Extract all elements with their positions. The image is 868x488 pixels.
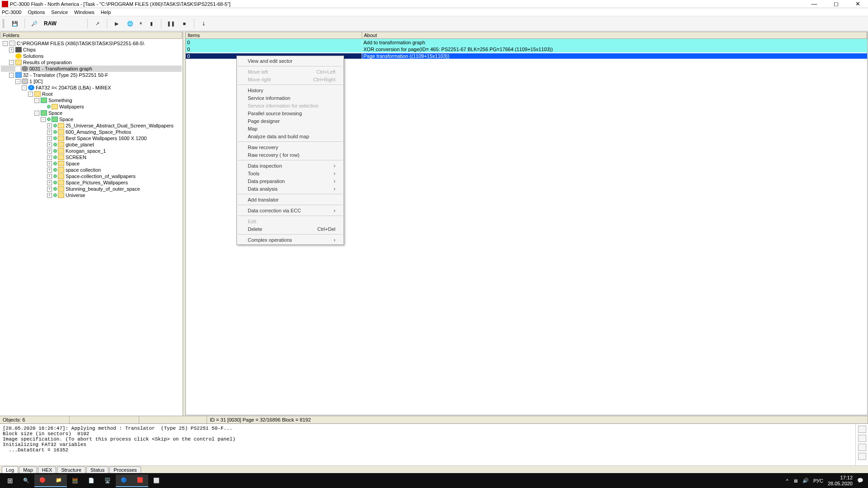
tree-row[interactable]: -Space: [1, 110, 182, 116]
tree-row[interactable]: Solutions: [1, 53, 182, 59]
folder-tree[interactable]: -C:\PROGRAM FILES (X86)\TASKS\TASKS\PS22…: [0, 39, 183, 416]
col-header-about[interactable]: About: [362, 32, 867, 38]
tray-monitor-icon[interactable]: 🖥: [793, 478, 798, 483]
menu-item[interactable]: Add translator: [237, 196, 344, 203]
collapse-icon[interactable]: -: [15, 79, 20, 84]
collapse-icon[interactable]: -: [9, 60, 14, 65]
stop-icon[interactable]: ■: [179, 19, 189, 28]
globe-refresh-icon[interactable]: 🌐: [125, 19, 135, 28]
chip-icon[interactable]: ▮: [146, 19, 156, 28]
menu-item[interactable]: Tools: [237, 169, 344, 177]
export-icon[interactable]: ↗: [92, 19, 102, 28]
tree-row[interactable]: -Space: [1, 116, 182, 122]
tree-row[interactable]: Wallpapers: [1, 103, 182, 110]
grid-row[interactable]: 0XOR conversion for page(ID= 465: PS2251…: [186, 46, 867, 52]
tree-row[interactable]: +Universe: [1, 192, 182, 198]
expand-icon[interactable]: +: [47, 149, 52, 154]
expand-icon[interactable]: +: [47, 155, 52, 160]
menu-item[interactable]: Map: [237, 125, 344, 132]
log-text[interactable]: [28.05.2020 16:26:47]: Applying method :…: [0, 424, 855, 465]
menu-help[interactable]: Help: [101, 9, 111, 15]
tab-map[interactable]: Map: [19, 466, 37, 473]
tree-row[interactable]: -iFAT32 =< 2047GB (LBA) - MIREX: [1, 84, 182, 91]
menu-item[interactable]: Data analysis: [237, 185, 344, 192]
expand-icon[interactable]: +: [47, 174, 52, 179]
tree-row[interactable]: +SCREEN: [1, 154, 182, 160]
taskbar-app-notepad[interactable]: 📄: [83, 474, 99, 487]
grid-row[interactable]: 0Add to transformation graph: [186, 39, 867, 46]
menu-item[interactable]: Raw recovery ( for row): [237, 151, 344, 159]
menu-item[interactable]: DeleteCtrl+Del: [237, 225, 344, 233]
menu-item[interactable]: History: [237, 86, 344, 94]
log-btn-1[interactable]: [858, 426, 866, 433]
menu-pc-3000[interactable]: PC-3000: [2, 9, 21, 15]
taskbar-app-generic[interactable]: 🖥️: [99, 474, 116, 487]
collapse-icon[interactable]: -: [9, 73, 14, 78]
tree-row[interactable]: +Chips: [1, 47, 182, 53]
tree-row[interactable]: +Best Space Wallpapers 1600 X 1200: [1, 135, 182, 141]
collapse-icon[interactable]: -: [3, 41, 8, 46]
menu-item[interactable]: View and edit sector: [237, 57, 344, 65]
menu-item[interactable]: Data preparation: [237, 177, 344, 185]
tab-processes[interactable]: Processes: [109, 466, 141, 473]
tree-row[interactable]: +globe_planet: [1, 141, 182, 148]
tree-row[interactable]: -Results of preparation: [1, 59, 182, 66]
collapse-icon[interactable]: -: [41, 117, 46, 122]
pause-icon[interactable]: ❚❚: [166, 19, 176, 28]
taskbar-app-calc[interactable]: 🧮: [67, 474, 83, 487]
log-btn-3[interactable]: [858, 444, 866, 451]
expand-icon[interactable]: +: [9, 47, 14, 52]
expand-icon[interactable]: +: [47, 193, 52, 198]
menu-item[interactable]: Raw recovery: [237, 143, 344, 151]
menu-windows[interactable]: Windows: [74, 9, 94, 15]
menu-item[interactable]: Page designer: [237, 117, 344, 125]
expand-icon[interactable]: +: [47, 142, 52, 147]
tree-row[interactable]: +25_Universe_Abstract_Dual_Screen_Wallpa…: [1, 122, 182, 129]
taskbar-app-pc3000[interactable]: 🟥: [132, 474, 148, 487]
dropdown-arrow-icon[interactable]: ▼: [139, 21, 143, 26]
expand-icon[interactable]: +: [47, 180, 52, 185]
start-button[interactable]: ⊞: [2, 477, 18, 485]
tab-structure[interactable]: Structure: [57, 466, 85, 473]
log-btn-2[interactable]: [858, 435, 866, 442]
search-icon[interactable]: 🔍: [18, 474, 34, 487]
collapse-icon[interactable]: -: [34, 98, 39, 103]
menu-service[interactable]: Service: [51, 9, 68, 15]
expand-icon[interactable]: +: [47, 161, 52, 166]
expand-icon[interactable]: +: [47, 130, 52, 135]
taskbar-app-other[interactable]: ⬜: [148, 474, 165, 487]
menu-item[interactable]: Data correction via ECC: [237, 206, 344, 214]
taskbar-app-opera[interactable]: 🔴: [34, 474, 51, 487]
menu-options[interactable]: Options: [28, 9, 45, 15]
tree-row[interactable]: +Space: [1, 160, 182, 167]
maximize-button[interactable]: ◻: [829, 0, 843, 7]
skip-icon[interactable]: ⤓: [199, 19, 209, 28]
tray-clock[interactable]: 17:12 28.05.2020: [828, 475, 853, 486]
play-icon[interactable]: ▶: [112, 19, 122, 28]
tab-log[interactable]: Log: [2, 466, 18, 473]
tree-row[interactable]: -32 - Translator (Type 25) PS2251 50-F: [1, 72, 182, 78]
tray-volume-icon[interactable]: 🔊: [802, 478, 809, 483]
minimize-button[interactable]: —: [807, 0, 821, 7]
tree-row[interactable]: -C:\PROGRAM FILES (X86)\TASKS\TASKS\PS22…: [1, 40, 182, 47]
tree-row[interactable]: -Root: [1, 91, 182, 97]
collapse-icon[interactable]: -: [28, 92, 33, 97]
tree-row[interactable]: +Stunning_beauty_of_outer_space: [1, 186, 182, 192]
tree-row[interactable]: +Space_Pictures_Wallpapers: [1, 179, 182, 186]
tray-lang[interactable]: РУС: [813, 478, 823, 483]
collapse-icon[interactable]: -: [34, 111, 39, 116]
expand-icon[interactable]: +: [47, 187, 52, 192]
menu-item[interactable]: Parallel source browsing: [237, 109, 344, 117]
tree-row[interactable]: +Korogan_space_1: [1, 148, 182, 154]
tree-row[interactable]: -Something: [1, 97, 182, 103]
expand-icon[interactable]: +: [47, 168, 52, 173]
binoculars-icon[interactable]: 🔎: [29, 19, 39, 28]
taskbar-app-explorer[interactable]: 📁: [51, 474, 67, 487]
tree-row[interactable]: -1 [0C]: [1, 78, 182, 84]
save-icon[interactable]: 💾: [10, 19, 20, 28]
menu-item[interactable]: Complex operations: [237, 236, 344, 244]
tree-row[interactable]: 0031 - Transformation graph: [1, 66, 182, 72]
taskbar-app-teamviewer[interactable]: 🔵: [116, 474, 132, 487]
expand-icon[interactable]: +: [47, 136, 52, 141]
tree-row[interactable]: +space collection: [1, 167, 182, 173]
